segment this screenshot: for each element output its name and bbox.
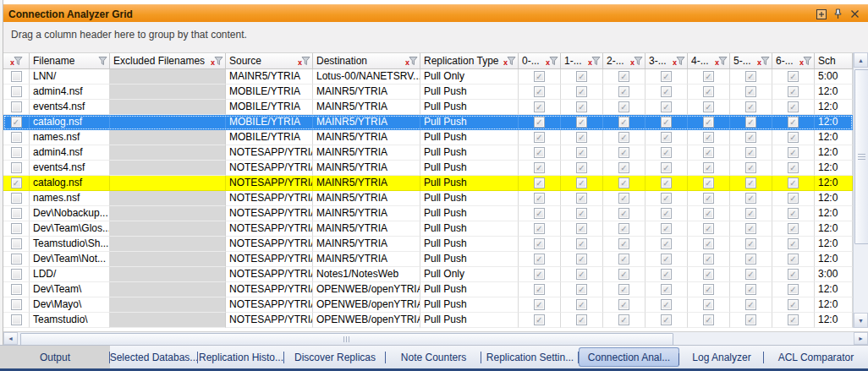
filter-icon[interactable]: x <box>405 56 418 66</box>
day-checkbox[interactable] <box>534 223 545 234</box>
day-checkbox[interactable] <box>703 71 714 82</box>
day-checkbox[interactable] <box>661 177 672 188</box>
row-checkbox[interactable] <box>11 299 22 310</box>
vertical-scrollbar-thumb[interactable] <box>854 69 868 244</box>
tab-output[interactable]: Output <box>0 346 110 368</box>
day-checkbox[interactable] <box>534 193 545 204</box>
tab-connection-anal[interactable]: Connection Anal... <box>579 347 679 367</box>
pin-icon[interactable] <box>832 8 843 19</box>
day-checkbox[interactable] <box>534 162 545 173</box>
column-header-select[interactable]: x <box>3 53 30 68</box>
day-checkbox[interactable] <box>534 101 545 112</box>
day-checkbox[interactable] <box>661 193 672 204</box>
day-checkbox[interactable] <box>576 193 587 204</box>
column-header-5[interactable]: 5-...x <box>730 53 772 68</box>
day-checkbox[interactable] <box>788 208 799 219</box>
row-checkbox[interactable] <box>11 314 22 325</box>
row-checkbox[interactable] <box>11 238 22 249</box>
day-checkbox[interactable] <box>661 314 672 325</box>
day-checkbox[interactable] <box>534 177 545 188</box>
day-checkbox[interactable] <box>703 299 714 310</box>
horizontal-scrollbar[interactable]: ◄ ► <box>3 331 868 345</box>
day-checkbox[interactable] <box>618 132 629 143</box>
day-checkbox[interactable] <box>618 269 629 280</box>
table-row[interactable]: Dev\Team\Glos...NOTESAPP/YTRIAMAINR5/YTR… <box>3 221 853 237</box>
day-checkbox[interactable] <box>703 284 714 295</box>
day-checkbox[interactable] <box>745 238 756 249</box>
day-checkbox[interactable] <box>576 299 587 310</box>
column-header-4[interactable]: 4-...x <box>688 53 730 68</box>
day-checkbox[interactable] <box>703 177 714 188</box>
tab-replication-histo[interactable]: Replication Histo... <box>198 346 284 368</box>
day-checkbox[interactable] <box>788 299 799 310</box>
day-checkbox[interactable] <box>661 162 672 173</box>
filter-icon[interactable] <box>95 56 107 66</box>
day-checkbox[interactable] <box>661 284 672 295</box>
day-checkbox[interactable] <box>618 101 629 112</box>
column-header-destination[interactable]: Destinationx <box>313 53 420 68</box>
day-checkbox[interactable] <box>661 71 672 82</box>
day-checkbox[interactable] <box>618 284 629 295</box>
table-row[interactable]: Teamstudio\NOTESAPP/YTRIAOPENWEB/openYTR… <box>3 313 853 328</box>
row-checkbox[interactable] <box>11 147 22 158</box>
day-checkbox[interactable] <box>576 132 587 143</box>
column-header-6[interactable]: 6-...x <box>772 53 815 68</box>
table-row[interactable]: names.nsfNOTESAPP/YTRIAMAINR5/YTRIAPull … <box>3 191 853 206</box>
filter-icon[interactable]: x <box>630 56 643 66</box>
day-checkbox[interactable] <box>788 284 799 295</box>
day-checkbox[interactable] <box>788 71 799 82</box>
day-checkbox[interactable] <box>788 314 799 325</box>
table-row[interactable]: Dev\Nobackup...NOTESAPP/YTRIAMAINR5/YTRI… <box>3 206 853 221</box>
tab-acl-comparator[interactable]: ACL Comparator <box>764 346 868 368</box>
day-checkbox[interactable] <box>703 269 714 280</box>
column-header-3[interactable]: 3-...x <box>646 53 688 68</box>
day-checkbox[interactable] <box>618 162 629 173</box>
day-checkbox[interactable] <box>745 101 756 112</box>
day-checkbox[interactable] <box>745 254 756 265</box>
scroll-up-icon[interactable]: ▲ <box>854 52 868 68</box>
day-checkbox[interactable] <box>788 117 799 128</box>
day-checkbox[interactable] <box>703 162 714 173</box>
day-checkbox[interactable] <box>576 269 587 280</box>
day-checkbox[interactable] <box>788 193 799 204</box>
day-checkbox[interactable] <box>661 223 672 234</box>
day-checkbox[interactable] <box>703 117 714 128</box>
day-checkbox[interactable] <box>788 101 799 112</box>
day-checkbox[interactable] <box>534 71 545 82</box>
filter-icon[interactable]: x <box>588 56 601 66</box>
day-checkbox[interactable] <box>661 208 672 219</box>
day-checkbox[interactable] <box>618 147 629 158</box>
filter-icon[interactable]: x <box>10 56 23 66</box>
day-checkbox[interactable] <box>534 299 545 310</box>
filter-icon[interactable]: x <box>673 56 685 66</box>
day-checkbox[interactable] <box>788 223 799 234</box>
horizontal-scrollbar-thumb[interactable] <box>20 333 673 346</box>
day-checkbox[interactable] <box>745 299 756 310</box>
day-checkbox[interactable] <box>661 238 672 249</box>
row-checkbox[interactable] <box>11 132 22 143</box>
day-checkbox[interactable] <box>788 147 799 158</box>
day-checkbox[interactable] <box>745 86 756 97</box>
day-checkbox[interactable] <box>745 223 756 234</box>
day-checkbox[interactable] <box>618 86 629 97</box>
filter-icon[interactable]: x <box>298 56 310 66</box>
day-checkbox[interactable] <box>534 238 545 249</box>
column-header-2[interactable]: 2-...x <box>603 53 646 68</box>
tab-discover-replicas[interactable]: Discover Replicas <box>284 346 386 368</box>
day-checkbox[interactable] <box>618 254 629 265</box>
day-checkbox[interactable] <box>661 269 672 280</box>
day-checkbox[interactable] <box>745 314 756 325</box>
filter-icon[interactable]: x <box>715 56 728 66</box>
table-row[interactable]: names.nsfMOBILE/YTRIAMAINR5/YTRIAPull Pu… <box>3 130 853 145</box>
column-header-excluded-filenames[interactable]: Excluded Filenamesx <box>110 53 226 68</box>
row-checkbox[interactable] <box>11 193 22 204</box>
column-header-0[interactable]: 0-...x <box>519 53 561 68</box>
day-checkbox[interactable] <box>576 177 587 188</box>
filter-icon[interactable]: x <box>757 56 770 66</box>
row-checkbox[interactable] <box>11 177 22 188</box>
table-row[interactable]: LNN/MAINR5/YTRIALotus-00/NANETSRV...Pull… <box>3 69 853 85</box>
day-checkbox[interactable] <box>661 147 672 158</box>
day-checkbox[interactable] <box>788 269 799 280</box>
row-checkbox[interactable] <box>11 208 22 219</box>
row-checkbox[interactable] <box>11 254 22 265</box>
